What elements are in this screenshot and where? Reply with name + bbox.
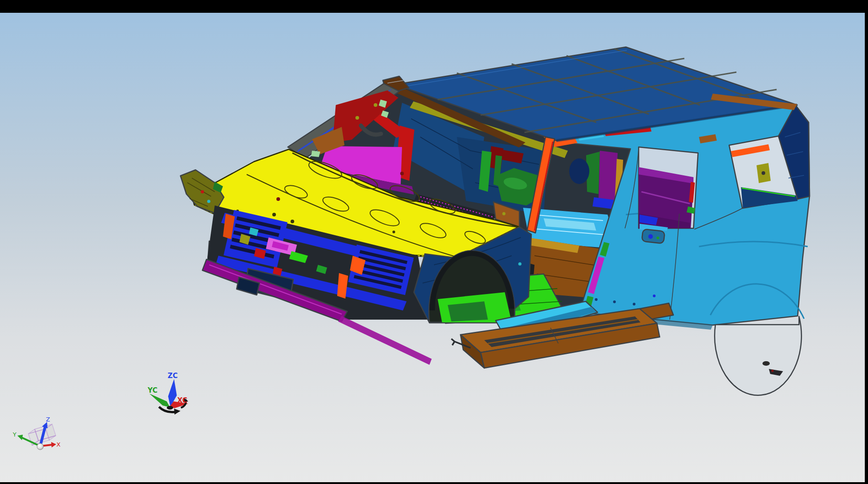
wcs-y-arrow[interactable] <box>149 394 170 407</box>
top-edge-bar <box>0 0 868 13</box>
car-model[interactable] <box>180 47 810 395</box>
view-z-label: Z <box>46 416 50 423</box>
cowl-bolt <box>503 212 506 216</box>
view-origin-sphere[interactable] <box>37 443 43 450</box>
wcs-z-label: ZC <box>168 372 178 380</box>
wcs-triad[interactable]: ZC YC XC <box>147 372 188 415</box>
cowl-end-bit <box>311 151 320 157</box>
tip-teal-dot <box>207 200 211 203</box>
view-x-label: X <box>57 441 61 448</box>
door-handle[interactable] <box>642 229 665 244</box>
right-edge-bar <box>865 0 868 484</box>
wcs-y-label: YC <box>147 386 157 395</box>
view-y-label: Y <box>12 431 16 438</box>
debris-disc[interactable] <box>762 361 770 366</box>
cad-viewport[interactable]: ZC YC XC Z Y X <box>0 0 868 484</box>
wcs-x-label: XC <box>177 396 187 405</box>
model-canvas[interactable]: ZC YC XC Z Y X <box>0 0 868 484</box>
rear-door-window[interactable] <box>639 147 698 231</box>
window-bracket <box>757 163 771 183</box>
tip-red-dot <box>201 190 204 194</box>
bottom-edge-bar <box>0 482 868 484</box>
view-triad[interactable]: Z Y X <box>12 416 61 450</box>
debris-red-dot <box>772 370 774 372</box>
